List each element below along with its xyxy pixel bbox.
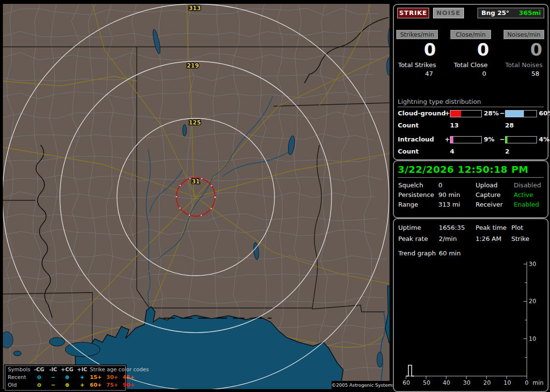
neg-cg-bar	[505, 110, 537, 117]
pos-ic-recent-icon: +	[74, 374, 90, 381]
noise-mode-button[interactable]: NOISE	[433, 8, 464, 18]
legend-old-row: Old ⊖ − ⊕ + 60+ 75+ 90+	[5, 381, 125, 389]
total-noises-label: Total Noises	[504, 61, 544, 69]
neg-cg-recent-icon: ⊖	[32, 374, 46, 381]
age-60: 60+	[90, 381, 106, 389]
x-tick-10: 10	[504, 379, 511, 386]
noises-per-min-button[interactable]: Noises/min	[504, 30, 544, 39]
legend-ncg-header: -CG	[32, 366, 46, 374]
pos-cg-pct: 28%	[484, 110, 499, 117]
total-strikes-label: Total Strikes	[396, 61, 438, 69]
strikes-counter-column: Strikes/min 0 Total Strikes 47	[396, 30, 438, 88]
y-tick-30: 30	[529, 261, 536, 267]
total-close-label: Total Close	[450, 61, 491, 69]
range-value: 365mi	[519, 8, 541, 18]
copyright-notice: ©2005 Astrogenic Systems	[332, 381, 391, 389]
plus-sign: +	[445, 136, 450, 143]
neg-cg-pct: 60%	[539, 110, 550, 117]
graph-axis-labels: 30 20 10 60 50 40 30 20 10 0 min	[403, 261, 544, 386]
trend-series-line	[406, 365, 414, 376]
trend-graph: 30 20 10 60 50 40 30 20 10 0 min	[394, 219, 546, 389]
legend-old-label: Old	[8, 381, 32, 389]
neg-ic-old-icon: −	[46, 381, 60, 389]
neg-cg-old-icon: ⊖	[32, 381, 46, 389]
legend-recent-row: Recent ⊖ − ⊕ + 15+ 30+ 45+	[5, 374, 125, 381]
neg-ic-count: 2	[505, 148, 509, 155]
legend-symbols-header: Symbols	[8, 366, 32, 374]
upload-label: Upload	[476, 182, 498, 189]
close-counter-column: Close/min 0 Total Close 0	[450, 30, 491, 88]
status-panel: 3/22/2026 12:50:18 PM Squelch 0 Upload D…	[393, 160, 549, 218]
close-per-min-button[interactable]: Close/min	[450, 30, 491, 39]
capture-label: Capture	[476, 191, 501, 198]
ring-label-31: 31	[192, 178, 200, 185]
bearing-value: Bng 25°	[481, 8, 509, 18]
divider	[398, 177, 544, 178]
pos-cg-old-icon: ⊕	[60, 381, 74, 389]
count-label: Count	[398, 122, 419, 129]
persistence-value: 90 min	[438, 191, 460, 198]
pos-ic-pct: 9%	[484, 136, 494, 143]
age-15: 15+	[90, 374, 106, 381]
legend-ages-header: Strike age color codes	[90, 366, 139, 374]
range-label: Range	[398, 201, 418, 208]
x-tick-0: 0	[525, 379, 529, 386]
neg-ic-bar	[505, 136, 537, 143]
cloud-ground-row: Cloud-ground + 28% − 60%	[398, 110, 544, 117]
neg-ic-pct: 4%	[539, 136, 550, 143]
ring-label-125: 125	[188, 119, 201, 126]
pos-ic-count: 4	[450, 148, 454, 155]
intracloud-label: Intracloud	[398, 136, 434, 143]
intracloud-count-row: Count 4 2	[398, 148, 544, 155]
cloud-ground-count-row: Count 13 28	[398, 122, 544, 129]
legend-header-row: Symbols -CG -IC +CG +IC Strike age color…	[5, 366, 125, 374]
x-tick-40: 40	[443, 379, 450, 386]
total-noises-value: 58	[504, 70, 544, 77]
graph-ticks	[406, 264, 527, 379]
symbol-legend: Symbols -CG -IC +CG +IC Strike age color…	[5, 365, 126, 391]
y-tick-10: 10	[529, 336, 536, 342]
plus-sign: +	[445, 110, 450, 117]
age-30: 30+	[106, 374, 123, 381]
upload-status: Disabled	[514, 182, 541, 189]
distribution-title: Lightning type distribution	[398, 98, 544, 107]
neg-cg-count: 28	[505, 122, 514, 129]
x-tick-60: 60	[403, 379, 410, 386]
strike-mode-button[interactable]: STRIKE	[397, 8, 429, 18]
x-tick-20: 20	[483, 379, 491, 386]
receiver-status: Enabled	[514, 201, 539, 208]
x-tick-50: 50	[423, 379, 430, 386]
noises-per-min-value: 0	[504, 40, 544, 59]
pos-ic-bar	[450, 136, 482, 143]
persistence-label: Persistence	[398, 191, 434, 198]
legend-nic-header: -IC	[46, 366, 60, 374]
range-value: 313 mi	[438, 201, 460, 208]
squelch-label: Squelch	[398, 182, 423, 189]
x-axis-unit: min	[533, 379, 544, 386]
legend-recent-label: Recent	[8, 374, 32, 381]
counters-panel: STRIKE NOISE Bng 25° 365mi Strikes/min 0…	[393, 4, 549, 160]
total-strikes-value: 47	[396, 70, 438, 77]
legend-pic-header: +IC	[74, 366, 90, 374]
lightning-map[interactable]: 313 219 125 31	[3, 4, 390, 389]
pos-cg-count: 13	[450, 122, 459, 129]
neg-ic-recent-icon: −	[46, 374, 60, 381]
y-tick-20: 20	[529, 298, 536, 305]
datetime-display: 3/22/2026 12:50:18 PM	[398, 164, 529, 175]
minus-sign: −	[500, 136, 505, 143]
noises-counter-column: Noises/min 0 Total Noises 58	[504, 30, 544, 88]
count-label: Count	[398, 148, 419, 155]
age-90: 90+	[123, 381, 139, 389]
receiver-label: Receiver	[476, 201, 503, 208]
x-tick-30: 30	[463, 379, 470, 386]
age-75: 75+	[106, 381, 123, 389]
ring-label-219: 219	[187, 62, 199, 69]
capture-status: Active	[514, 191, 533, 198]
total-close-value: 0	[450, 70, 491, 77]
minus-sign: −	[500, 110, 505, 117]
cloud-ground-label: Cloud-ground	[398, 110, 446, 117]
bearing-range-display[interactable]: Bng 25° 365mi	[478, 8, 544, 18]
trend-panel: Uptime 1656:35 Peak time Plot Peak rate …	[393, 218, 549, 392]
pos-ic-old-icon: +	[74, 381, 90, 389]
strikes-per-min-button[interactable]: Strikes/min	[396, 30, 438, 39]
